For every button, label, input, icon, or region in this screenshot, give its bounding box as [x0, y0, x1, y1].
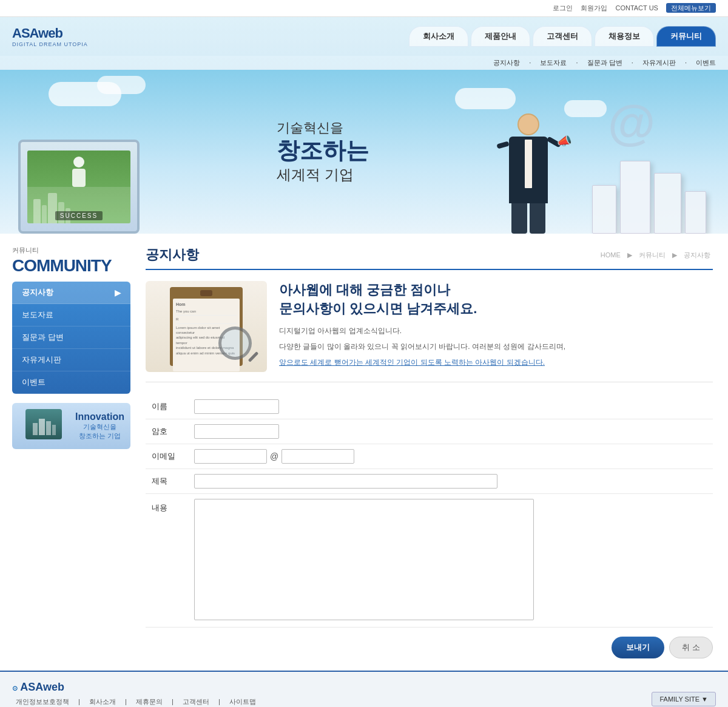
sidebar: 커뮤니티 COMMUNITY 공지사항 ▶ 보도자료 질문과 답변 자유게시판 …: [0, 234, 130, 671]
footer-sep3: |: [172, 698, 174, 705]
content-textarea[interactable]: [194, 499, 534, 620]
footer-links: 개인정보보호정책 | 회사소개 | 제휴문의 | 고객센터 | 사이트맵: [12, 697, 260, 706]
sidebar-item-news[interactable]: 보도자료: [12, 304, 130, 326]
svg-rect-2: [46, 421, 51, 435]
svg-rect-3: [52, 425, 56, 435]
nav-tabs: 회사소개 제품안내 고객센터 채용정보 커뮤니티: [409, 26, 716, 47]
hero-main-text: 창조하는: [277, 137, 369, 165]
hero-sub-text: 기술혁신을: [277, 119, 369, 137]
footer: ⊙ ASAweb 개인정보보호정책 | 회사소개 | 제휴문의 | 고객센터 |…: [0, 671, 728, 707]
intro-text: 아사웹에 대해 궁금한 점이나 문의사항이 있으시면 남겨주세요. 디지털기업 …: [279, 281, 565, 373]
intro-heading2: 문의사항이 있으시면 남겨주세요.: [279, 301, 477, 316]
intro-p3-link[interactable]: 앞으로도 세계로 뻗어가는 세계적인 기업이 되도록 노력하는 아사웹이 되겠습…: [279, 358, 545, 367]
subnav-news[interactable]: 보도자료: [540, 59, 567, 66]
submit-button[interactable]: 보내기: [612, 637, 664, 658]
svg-rect-0: [33, 423, 38, 435]
sidebar-item-news-label: 보도자료: [22, 310, 53, 320]
form-input-name: [194, 399, 713, 414]
tab-support[interactable]: 고객센터: [533, 26, 592, 47]
form-buttons: 보내기 취 소: [146, 637, 713, 658]
form-row-password: 암호: [146, 419, 713, 444]
logo-area: ASAweb DIGITAL DREAM UTOPIA: [12, 21, 88, 52]
breadcrumb-parent[interactable]: 커뮤니티: [639, 251, 666, 259]
hero-banner: SUCCESS 기술혁신을 창조하는 세계적 기업 @: [0, 70, 728, 234]
form-input-subject: [194, 474, 713, 489]
header: ASAweb DIGITAL DREAM UTOPIA 회사소개 제품안내 고객…: [0, 17, 728, 234]
form-label-subject: 제목: [146, 476, 194, 487]
form-label-password: 암호: [146, 426, 194, 437]
form-label-email: 이메일: [146, 451, 194, 462]
footer-link-privacy[interactable]: 개인정보보호정책: [16, 698, 69, 705]
hero-main-text2: 세계적 기업: [277, 165, 369, 184]
intro-heading1: 아사웹에 대해 궁금한 점이나: [279, 282, 450, 297]
intro-image: Hom The you can R Lorem ipsum dolor sit …: [146, 281, 267, 372]
sidebar-item-qa[interactable]: 질문과 답변: [12, 326, 130, 349]
svg-rect-1: [39, 419, 45, 435]
logo-sub: DIGITAL DREAM UTOPIA: [12, 41, 88, 47]
content-title: 공지사항: [146, 246, 199, 264]
breadcrumb-current: 공지사항: [684, 251, 710, 259]
hero-figure: 📣: [489, 88, 568, 234]
all-menu-btn[interactable]: 전체메뉴보기: [666, 3, 716, 13]
tab-company[interactable]: 회사소개: [409, 26, 468, 47]
email-input-right[interactable]: [281, 449, 354, 464]
form-label-name: 이름: [146, 401, 194, 412]
tab-jobs[interactable]: 채용정보: [595, 26, 654, 47]
cloud-2: [97, 76, 146, 94]
sidebar-item-event-label: 이벤트: [22, 377, 46, 388]
form-row-subject: 제목: [146, 469, 713, 494]
footer-right: FAMILY SITE ▼: [652, 692, 716, 706]
footer-link-support[interactable]: 고객센터: [183, 698, 209, 705]
intro-p1: 디지털기업 아사웹의 업계소식입니다.: [279, 325, 565, 337]
top-bar: 로그인 회원가입 CONTACT US 전체메뉴보기: [0, 0, 728, 17]
tab-community[interactable]: 커뮤니티: [656, 26, 716, 47]
footer-link-partner[interactable]: 제휴문의: [136, 698, 163, 705]
subnav-board[interactable]: 자유게시판: [642, 59, 676, 66]
subnav-qa[interactable]: 질문과 답변: [587, 59, 622, 66]
subnav-event[interactable]: 이벤트: [696, 59, 716, 66]
sidebar-item-board[interactable]: 자유게시판: [12, 349, 130, 371]
breadcrumb: HOME ▶ 커뮤니티 ▶ 공지사항: [598, 251, 713, 260]
footer-sep2: |: [125, 698, 127, 705]
nav-bar: ASAweb DIGITAL DREAM UTOPIA 회사소개 제품안내 고객…: [0, 17, 728, 56]
footer-left: ⊙ ASAweb 개인정보보호정책 | 회사소개 | 제휴문의 | 고객센터 |…: [12, 681, 260, 707]
signup-link[interactable]: 회원가입: [581, 4, 607, 12]
sidebar-item-event[interactable]: 이벤트: [12, 371, 130, 394]
intro-section: Hom The you can R Lorem ipsum dolor sit …: [146, 281, 713, 382]
sidebar-item-notice-arrow: ▶: [115, 288, 121, 297]
form-label-content: 내용: [146, 499, 194, 513]
sidebar-item-notice[interactable]: 공지사항 ▶: [12, 282, 130, 304]
promo-image: [25, 409, 62, 439]
subject-input[interactable]: [194, 474, 497, 489]
hero-text: 기술혁신을 창조하는 세계적 기업: [277, 119, 369, 184]
subnav-sep4: ·: [685, 59, 689, 66]
tab-products[interactable]: 제품안내: [471, 26, 530, 47]
form-input-content: [194, 499, 713, 622]
login-link[interactable]: 로그인: [553, 4, 573, 12]
magnifier: [218, 326, 252, 360]
sidebar-item-notice-label: 공지사항: [22, 287, 53, 298]
breadcrumb-sep2: ▶: [672, 251, 677, 259]
cancel-button[interactable]: 취 소: [669, 637, 713, 658]
form-input-email: @: [194, 449, 713, 464]
footer-sep4: |: [218, 698, 220, 705]
form-row-email: 이메일 @: [146, 444, 713, 469]
promo-title: Innovation: [75, 411, 124, 422]
breadcrumb-home[interactable]: HOME: [601, 251, 621, 259]
footer-logo: ⊙ ASAweb: [12, 681, 64, 694]
sidebar-menu: 공지사항 ▶ 보도자료 질문과 답변 자유게시판 이벤트: [12, 282, 130, 394]
name-input[interactable]: [194, 399, 279, 414]
subnav-notice[interactable]: 공지사항: [493, 59, 520, 66]
at-symbol: @: [608, 95, 655, 151]
contact-link[interactable]: CONTACT US: [615, 4, 658, 12]
success-label: SUCCESS: [55, 211, 103, 220]
promo-sub2: 창조하는 기업: [75, 431, 124, 441]
contact-form: 이름 암호 이메일 @: [146, 394, 713, 658]
family-site-button[interactable]: FAMILY SITE ▼: [652, 692, 716, 706]
password-input[interactable]: [194, 424, 279, 439]
email-input-left[interactable]: [194, 449, 267, 464]
footer-link-sitemap[interactable]: 사이트맵: [229, 698, 256, 705]
sidebar-promo: Innovation 기술혁신을 창조하는 기업: [12, 403, 130, 449]
main-wrap: 커뮤니티 COMMUNITY 공지사항 ▶ 보도자료 질문과 답변 자유게시판 …: [0, 234, 728, 671]
footer-link-about[interactable]: 회사소개: [89, 698, 116, 705]
